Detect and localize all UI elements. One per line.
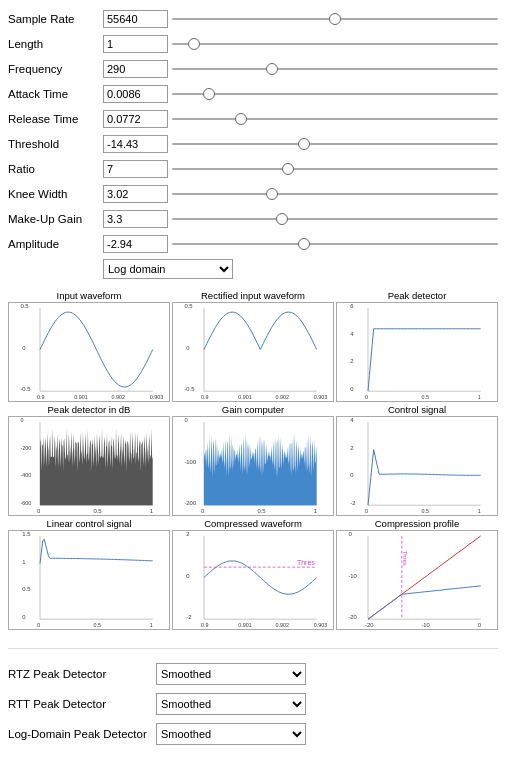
svg-text:0.902: 0.902 [111, 394, 124, 400]
chart-svg-4: -200-100000.51 [172, 416, 334, 516]
param-row-attack-time: Attack Time [8, 83, 498, 105]
svg-text:-0.5: -0.5 [20, 386, 31, 392]
bottom-dropdown-label-1: RTT Peak Detector [8, 698, 156, 710]
svg-text:-400: -400 [20, 472, 31, 478]
chart-box-2: Peak detector024600.51 [336, 290, 498, 402]
param-label-6: Ratio [8, 163, 103, 175]
svg-text:-200: -200 [184, 500, 196, 506]
chart-title-4: Gain computer [222, 404, 284, 415]
bottom-dropdown-select-2[interactable]: SmoothedNon-smoothed [156, 723, 306, 745]
svg-text:-0.5: -0.5 [184, 386, 195, 392]
svg-text:-20: -20 [365, 622, 374, 628]
param-row-release-time: Release Time [8, 108, 498, 130]
svg-text:0: 0 [22, 345, 26, 351]
svg-text:0: 0 [22, 614, 26, 620]
bottom-dropdown-label-0: RTZ Peak Detector [8, 668, 156, 680]
svg-text:0.5: 0.5 [20, 303, 29, 309]
svg-text:-20: -20 [348, 614, 357, 620]
svg-text:0: 0 [350, 472, 354, 478]
svg-text:-200: -200 [20, 445, 31, 451]
svg-text:-2: -2 [350, 500, 355, 506]
svg-text:0.902: 0.902 [275, 622, 288, 628]
chart-box-6: Linear control signal00.511.500.51 [8, 518, 170, 630]
svg-text:0: 0 [184, 417, 188, 423]
param-slider-6[interactable] [172, 161, 498, 177]
chart-box-7: Compressed waveformThres-2020.90.9010.90… [172, 518, 334, 630]
param-label-8: Make-Up Gain [8, 213, 103, 225]
param-slider-2[interactable] [172, 61, 498, 77]
svg-text:1: 1 [478, 508, 481, 514]
svg-text:-10: -10 [421, 622, 430, 628]
svg-text:1: 1 [150, 622, 153, 628]
param-input-6[interactable] [103, 160, 168, 178]
bottom-dropdown-label-2: Log-Domain Peak Detector [8, 728, 156, 740]
chart-svg-6: 00.511.500.51 [8, 530, 170, 630]
param-row-amplitude: Amplitude [8, 233, 498, 255]
param-row-frequency: Frequency [8, 58, 498, 80]
param-input-5[interactable] [103, 135, 168, 153]
param-slider-7[interactable] [172, 186, 498, 202]
param-row-length: Length [8, 33, 498, 55]
svg-text:-600: -600 [20, 500, 31, 506]
svg-text:0.9: 0.9 [37, 394, 44, 400]
param-input-0[interactable] [103, 10, 168, 28]
param-label-4: Release Time [8, 113, 103, 125]
svg-text:-2: -2 [186, 614, 191, 620]
svg-text:1: 1 [314, 508, 317, 514]
svg-text:0: 0 [365, 394, 368, 400]
svg-text:0.5: 0.5 [22, 586, 31, 592]
svg-text:0: 0 [365, 508, 368, 514]
param-slider-8[interactable] [172, 211, 498, 227]
chart-box-4: Gain computer-200-100000.51 [172, 404, 334, 516]
svg-text:0: 0 [201, 508, 205, 514]
svg-text:0.903: 0.903 [314, 622, 327, 628]
svg-text:4: 4 [350, 417, 354, 423]
svg-text:0: 0 [186, 345, 190, 351]
chart-svg-5: -202400.51 [336, 416, 498, 516]
param-input-2[interactable] [103, 60, 168, 78]
chart-svg-3: -600-400-200000.51 [8, 416, 170, 516]
svg-text:1: 1 [150, 508, 153, 514]
param-label-3: Attack Time [8, 88, 103, 100]
param-slider-4[interactable] [172, 111, 498, 127]
chart-box-8: Compression profileThres-20-100-20-100 [336, 518, 498, 630]
param-input-9[interactable] [103, 235, 168, 253]
param-label-7: Knee Width [8, 188, 103, 200]
svg-text:1: 1 [478, 394, 481, 400]
param-slider-0[interactable] [172, 11, 498, 27]
svg-text:2: 2 [350, 445, 353, 451]
param-slider-1[interactable] [172, 36, 498, 52]
chart-svg-8: Thres-20-100-20-100 [336, 530, 498, 630]
param-input-3[interactable] [103, 85, 168, 103]
chart-box-5: Control signal-202400.51 [336, 404, 498, 516]
chart-title-6: Linear control signal [46, 518, 131, 529]
param-label-5: Threshold [8, 138, 103, 150]
param-input-7[interactable] [103, 185, 168, 203]
param-slider-9[interactable] [172, 236, 498, 252]
param-input-1[interactable] [103, 35, 168, 53]
param-row-sample-rate: Sample Rate [8, 8, 498, 30]
bottom-dropdown-row-0: RTZ Peak DetectorSmoothedNon-smoothed [8, 663, 498, 685]
detector-placement-row: Log domain Linear domain [8, 258, 498, 280]
svg-text:Thres: Thres [297, 559, 315, 566]
bottom-dropdown-select-1[interactable]: SmoothedNon-smoothed [156, 693, 306, 715]
param-slider-3[interactable] [172, 86, 498, 102]
svg-text:-100: -100 [184, 459, 196, 465]
chart-title-5: Control signal [388, 404, 446, 415]
bottom-dropdown-select-0[interactable]: SmoothedNon-smoothed [156, 663, 306, 685]
param-slider-5[interactable] [172, 136, 498, 152]
svg-text:0.903: 0.903 [314, 394, 327, 400]
svg-text:2: 2 [186, 531, 189, 537]
param-label-9: Amplitude [8, 238, 103, 250]
param-input-8[interactable] [103, 210, 168, 228]
param-input-4[interactable] [103, 110, 168, 128]
param-label-0: Sample Rate [8, 13, 103, 25]
svg-text:0.901: 0.901 [74, 394, 87, 400]
svg-text:0.5: 0.5 [93, 622, 100, 628]
svg-text:Thres: Thres [402, 551, 408, 566]
svg-text:1.5: 1.5 [22, 531, 31, 537]
svg-text:-10: -10 [348, 573, 357, 579]
svg-text:0.9: 0.9 [201, 622, 208, 628]
svg-text:0.901: 0.901 [238, 622, 251, 628]
detector-placement-select[interactable]: Log domain Linear domain [103, 259, 233, 279]
